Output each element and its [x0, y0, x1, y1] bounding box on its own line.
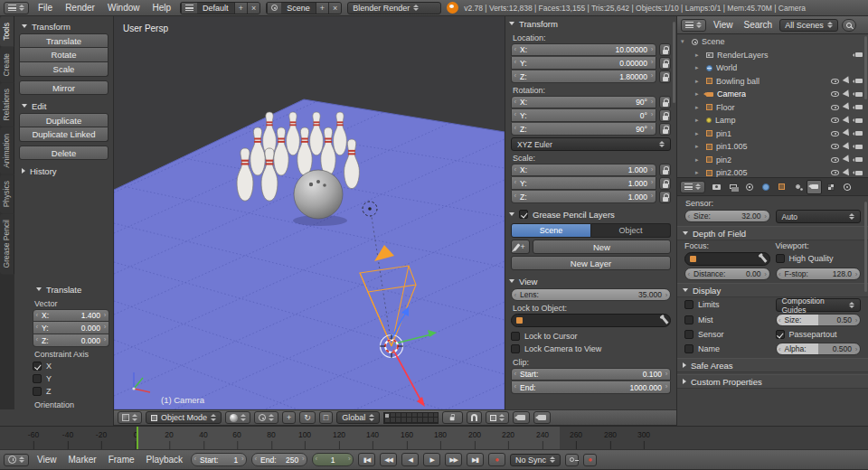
- next-keyframe-button[interactable]: ▶▶: [445, 453, 462, 466]
- viewport-shading-dropdown[interactable]: [225, 411, 250, 424]
- properties-scrollbar[interactable]: [864, 202, 867, 292]
- visibility-icon[interactable]: [831, 157, 839, 163]
- lock-rotation-z-button[interactable]: [659, 123, 671, 136]
- shelf-tab-relations[interactable]: Relations: [0, 82, 14, 127]
- selectability-icon[interactable]: [843, 77, 853, 86]
- timeline-editor-type-button[interactable]: [4, 454, 29, 466]
- timeline-view-menu[interactable]: View: [33, 455, 61, 465]
- gp-tab-object[interactable]: Object: [591, 223, 671, 238]
- tab-world[interactable]: [758, 180, 773, 194]
- scale-z-field[interactable]: Z:1.000: [511, 191, 656, 203]
- gp-data-button[interactable]: +: [511, 240, 530, 254]
- passepartout-alpha-slider[interactable]: Alpha: 0.500: [776, 343, 862, 355]
- tab-scene[interactable]: [741, 180, 757, 194]
- timeline-playback-menu[interactable]: Playback: [143, 455, 187, 465]
- outliner-row-lamp[interactable]: ▸ Lamp: [677, 114, 868, 127]
- lock-location-y-button[interactable]: [659, 57, 671, 70]
- renderability-icon[interactable]: [855, 131, 863, 136]
- vector-y-field[interactable]: Y: 0.000: [33, 322, 109, 334]
- transform-panel-header[interactable]: Transform: [505, 16, 676, 31]
- renderability-icon[interactable]: [855, 145, 863, 149]
- passepartout-checkbox[interactable]: [776, 330, 785, 339]
- name-checkbox[interactable]: [684, 344, 693, 353]
- grease-pencil-panel-header[interactable]: Grease Pencil Layers: [505, 207, 676, 221]
- location-y-field[interactable]: Y:0.00000: [511, 57, 656, 70]
- transform-orientation-dropdown[interactable]: Global: [336, 411, 380, 424]
- shelf-tab-physics[interactable]: Physics: [0, 174, 14, 213]
- rotation-y-field[interactable]: Y:0°: [511, 109, 656, 122]
- duplicate-linked-button[interactable]: Duplicate Linked: [19, 127, 108, 142]
- gp-tab-scene[interactable]: Scene: [511, 223, 591, 238]
- renderability-icon[interactable]: [855, 118, 863, 123]
- selectability-icon[interactable]: [843, 116, 853, 125]
- visibility-icon[interactable]: [831, 170, 839, 175]
- close-scene-button[interactable]: ×: [328, 3, 341, 14]
- operator-panel-header[interactable]: Translate: [33, 282, 109, 296]
- outliner-scrollbar[interactable]: [864, 36, 867, 99]
- outliner-row-bowling-ball[interactable]: ▸ Bowling ball: [677, 75, 868, 89]
- current-frame-field[interactable]: 1: [312, 453, 354, 466]
- limits-checkbox[interactable]: [684, 300, 693, 309]
- high-quality-checkbox[interactable]: [776, 254, 785, 263]
- renderability-icon[interactable]: [855, 105, 863, 109]
- visibility-icon[interactable]: [831, 144, 839, 149]
- frame-end-field[interactable]: End: 250: [251, 453, 307, 466]
- outliner-row-pin1-005[interactable]: ▸ pin1.005: [677, 140, 868, 154]
- renderability-icon[interactable]: [855, 171, 863, 175]
- constraint-x-checkbox[interactable]: [33, 362, 42, 371]
- sync-dropdown[interactable]: No Sync: [510, 454, 561, 466]
- tab-object[interactable]: [774, 180, 789, 194]
- timeline-ruler[interactable]: -60 -40 -20 0 20 40 60 80 100 120 140 16…: [0, 426, 868, 449]
- tab-physics[interactable]: [839, 180, 854, 194]
- vector-x-field[interactable]: X: 1.400: [33, 309, 109, 322]
- outliner-search-menu[interactable]: Search: [741, 20, 777, 30]
- manipulator-scale-button[interactable]: □: [319, 411, 333, 424]
- duplicate-button[interactable]: Duplicate: [19, 113, 108, 127]
- renderability-icon[interactable]: [855, 157, 863, 162]
- lens-slider[interactable]: Lens: 35.000: [511, 288, 671, 301]
- viewport-3d[interactable]: User Persp (1) Camera: [114, 16, 505, 409]
- delete-button[interactable]: Delete: [19, 146, 108, 160]
- tab-camera-data[interactable]: [807, 180, 822, 194]
- outliner-row-renderlayers[interactable]: ▸ RenderLayers: [677, 49, 868, 62]
- location-z-field[interactable]: Z:1.80000: [511, 70, 656, 83]
- tab-render-layers[interactable]: [725, 180, 741, 194]
- rotation-x-field[interactable]: X:90°: [511, 96, 656, 108]
- selectability-icon[interactable]: [843, 103, 853, 112]
- timeline-frame-menu[interactable]: Frame: [105, 455, 138, 465]
- add-layout-button[interactable]: +: [234, 3, 247, 14]
- constraint-y-checkbox[interactable]: [33, 374, 42, 383]
- jump-to-end-button[interactable]: ▶▮: [467, 453, 484, 466]
- lock-rotation-y-button[interactable]: [659, 109, 671, 122]
- close-layout-button[interactable]: ×: [247, 3, 259, 14]
- timeline-marker-menu[interactable]: Marker: [65, 455, 100, 465]
- outliner-filter-button[interactable]: [842, 19, 856, 32]
- view-panel-header[interactable]: View: [505, 274, 676, 288]
- sensor-checkbox[interactable]: [684, 330, 693, 339]
- lock-to-object-field[interactable]: [511, 314, 671, 327]
- layers-widget[interactable]: [383, 412, 439, 424]
- tab-constraints[interactable]: [790, 180, 806, 194]
- lock-scale-z-button[interactable]: [659, 191, 671, 203]
- visibility-icon[interactable]: [831, 131, 839, 136]
- renderability-icon[interactable]: [855, 92, 863, 97]
- keying-set-button[interactable]: [565, 454, 579, 466]
- outliner-row-floor[interactable]: ▸ Floor: [677, 101, 868, 115]
- visibility-icon[interactable]: [831, 118, 839, 123]
- selectability-icon[interactable]: [843, 142, 853, 151]
- outliner-row-scene[interactable]: ▾ Scene: [677, 35, 868, 49]
- scale-y-field[interactable]: Y:1.000: [511, 177, 656, 190]
- selectability-icon[interactable]: [843, 155, 853, 164]
- render-still-button[interactable]: [513, 411, 530, 424]
- current-frame-playhead[interactable]: [137, 427, 138, 449]
- draw-size-slider[interactable]: Size: 0.50: [776, 314, 862, 326]
- lock-location-x-button[interactable]: [659, 43, 671, 56]
- dof-panel-header[interactable]: Depth of Field: [677, 226, 868, 240]
- grease-pencil-checkbox[interactable]: [519, 210, 528, 219]
- snap-toggle-button[interactable]: [467, 411, 482, 424]
- menu-window[interactable]: Window: [104, 3, 144, 13]
- outliner-row-pin2[interactable]: ▸ pin2: [677, 154, 868, 167]
- visibility-icon[interactable]: [831, 105, 839, 110]
- render-animation-button[interactable]: [533, 411, 551, 424]
- manipulator-toggle-button[interactable]: +: [282, 411, 296, 424]
